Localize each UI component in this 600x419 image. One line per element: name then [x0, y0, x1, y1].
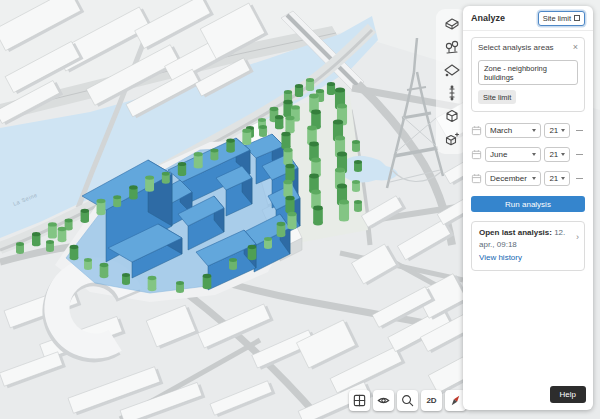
calendar-icon: [471, 125, 482, 136]
panel-header: Analyze Site limit: [463, 6, 593, 31]
date-rows: March 21 June 21: [471, 123, 585, 186]
month-select-march[interactable]: March: [485, 123, 541, 138]
last-analysis-label: Open last analysis:: [479, 228, 552, 237]
app-window: La Seine La Seine: [0, 0, 600, 419]
select-analysis-areas-card: Select analysis areas × Zone - neighbori…: [471, 37, 585, 112]
zoom-button[interactable]: [397, 390, 418, 411]
month-select-value: June: [490, 150, 507, 159]
close-icon[interactable]: ×: [573, 43, 578, 51]
day-select-value: 21: [549, 126, 558, 135]
view-history-link[interactable]: View history: [479, 252, 570, 264]
add-box-tool-icon[interactable]: [441, 129, 463, 149]
chip-site-limit[interactable]: Site limit: [478, 90, 516, 104]
2d-label: 2D: [426, 396, 436, 405]
month-select-value: December: [490, 174, 527, 183]
remove-row-button[interactable]: [573, 130, 585, 131]
chevron-down-icon: [532, 177, 536, 180]
chip-zone-neighboring-buildings[interactable]: Zone - neighboring buildings: [478, 60, 578, 85]
chevron-down-icon: [532, 129, 536, 132]
surface-tool-icon[interactable]: [441, 60, 463, 80]
site-limit-selection-icon: [574, 15, 580, 21]
last-analysis-card[interactable]: Open last analysis: 12. apr., 09:18 › Vi…: [471, 221, 585, 271]
month-select-december[interactable]: December: [485, 171, 541, 186]
chevron-down-icon: [561, 177, 565, 180]
visibility-button[interactable]: [373, 390, 394, 411]
volume-tool-icon[interactable]: [441, 14, 463, 34]
panel-title: Analyze: [471, 13, 505, 23]
select-card-title: Select analysis areas: [478, 43, 554, 52]
day-select-june[interactable]: 21: [544, 147, 570, 162]
elevation-tool-icon[interactable]: [441, 83, 463, 103]
day-select-value: 21: [549, 174, 558, 183]
grid-button[interactable]: [349, 390, 370, 411]
calendar-icon: [471, 149, 482, 160]
remove-row-button[interactable]: [573, 178, 585, 179]
month-select-june[interactable]: June: [485, 147, 541, 162]
vegetation-tool-icon[interactable]: [441, 37, 463, 57]
chevron-down-icon: [561, 153, 565, 156]
site-limit-button-label: Site limit: [543, 14, 571, 23]
help-button[interactable]: Help: [550, 386, 586, 403]
analyze-panel: Analyze Site limit Select analysis areas…: [463, 6, 593, 410]
day-select-december[interactable]: 21: [544, 171, 570, 186]
box-tool-icon[interactable]: [441, 106, 463, 126]
remove-row-button[interactable]: [573, 154, 585, 155]
map-toolbar: 2D: [349, 390, 466, 411]
zoom-icon: [400, 393, 415, 408]
visibility-icon: [376, 393, 391, 408]
site-limit-button[interactable]: Site limit: [538, 11, 585, 26]
day-select-march[interactable]: 21: [544, 123, 570, 138]
day-select-value: 21: [549, 150, 558, 159]
month-select-value: March: [490, 126, 512, 135]
chevron-right-icon[interactable]: ›: [576, 231, 579, 245]
run-analysis-button[interactable]: Run analysis: [471, 196, 585, 212]
compass-icon: [448, 393, 463, 408]
calendar-icon: [471, 173, 482, 184]
date-row-june: June 21: [471, 147, 585, 162]
chevron-down-icon: [561, 129, 565, 132]
grid-icon: [352, 393, 367, 408]
date-row-december: December 21: [471, 171, 585, 186]
2d-toggle-button[interactable]: 2D: [421, 390, 442, 411]
chevron-down-icon: [532, 153, 536, 156]
date-row-march: March 21: [471, 123, 585, 138]
